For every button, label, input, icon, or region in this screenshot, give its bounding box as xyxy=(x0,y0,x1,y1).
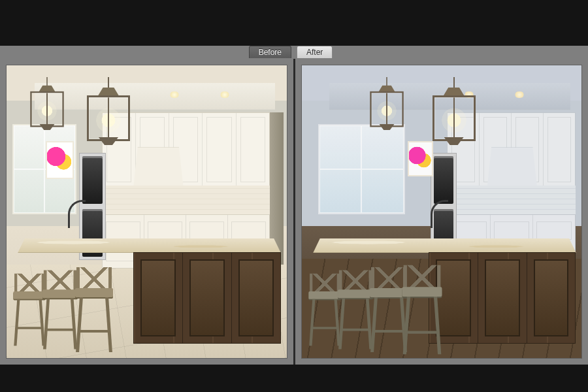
app-root: Before After xyxy=(0,0,588,392)
compare-label-row: Before After xyxy=(0,46,588,59)
compare-view xyxy=(0,59,588,365)
after-pane[interactable] xyxy=(293,59,589,365)
bottom-bar xyxy=(0,365,588,392)
before-image xyxy=(7,65,287,358)
top-bar xyxy=(0,0,588,46)
after-label: After xyxy=(297,46,333,58)
after-image xyxy=(302,65,582,358)
before-label: Before xyxy=(249,46,291,58)
before-pane[interactable] xyxy=(0,59,293,365)
